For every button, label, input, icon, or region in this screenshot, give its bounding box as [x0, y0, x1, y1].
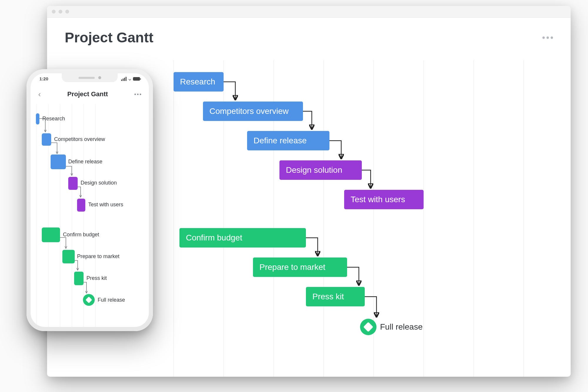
back-icon[interactable]: ‹ [38, 90, 41, 99]
phone-frame: 1:20 ⌵ ‹ Project Gantt [26, 69, 153, 331]
traffic-close-icon[interactable] [52, 10, 56, 14]
page-title: Project Gantt [65, 29, 153, 46]
traffic-min-icon[interactable] [59, 10, 62, 14]
gantt-bar-prepare-market[interactable]: Prepare to market [253, 258, 347, 277]
status-time: 1:20 [39, 76, 48, 81]
phone-label-market: Prepare to market [77, 253, 119, 260]
gantt-bar-test-users[interactable]: Test with users [344, 190, 424, 209]
gantt-bar-press-kit[interactable]: Press kit [306, 287, 365, 306]
traffic-max-icon[interactable] [65, 10, 69, 14]
gantt-milestone-label: Full release [380, 322, 423, 332]
phone-label-competitors: Competitors overview [54, 136, 105, 142]
gantt-bar-design-solution[interactable]: Design solution [279, 160, 362, 180]
phone-bar-press[interactable] [74, 272, 84, 285]
phone-label-test: Test with users [88, 202, 123, 208]
phone-screen: 1:20 ⌵ ‹ Project Gantt [31, 73, 149, 327]
phone-bar-market[interactable] [62, 250, 75, 263]
phone-more-icon[interactable] [134, 94, 141, 95]
phone-milestone[interactable] [83, 294, 95, 306]
battery-icon [133, 77, 140, 81]
gantt-bar-research[interactable]: Research [174, 72, 224, 92]
gantt-bar-competitors[interactable]: Competitors overview [203, 102, 303, 121]
gantt-milestone-full-release[interactable] [360, 319, 377, 335]
gantt-bar-define-release[interactable]: Define release [247, 131, 329, 150]
phone-bar-design[interactable] [68, 177, 78, 190]
phone-label-define: Define release [68, 159, 102, 165]
desktop-header: Project Gantt [47, 18, 571, 54]
phone-bar-budget[interactable] [42, 227, 60, 242]
window-titlebar [47, 6, 571, 18]
wifi-icon: ⌵ [129, 77, 131, 81]
more-menu-icon[interactable] [542, 36, 553, 39]
phone-bar-research[interactable] [36, 113, 39, 124]
phone-label-press: Press kit [86, 275, 107, 281]
phone-statusbar: 1:20 ⌵ [31, 76, 149, 81]
phone-label-research: Research [42, 116, 65, 122]
phone-bar-competitors[interactable] [42, 133, 51, 146]
signal-icon [121, 77, 126, 81]
phone-bar-define[interactable] [51, 155, 66, 169]
phone-title: Project Gantt [67, 90, 108, 98]
phone-label-design: Design solution [81, 180, 117, 186]
gantt-bar-confirm-budget[interactable]: Confirm budget [179, 228, 306, 248]
phone-milestone-label: Full release [98, 297, 125, 303]
phone-header: ‹ Project Gantt [31, 87, 149, 102]
phone-label-budget: Confirm budget [63, 232, 99, 238]
phone-gantt-chart[interactable]: Research Competitors overview Define rel… [31, 104, 149, 327]
phone-bar-test[interactable] [77, 199, 85, 212]
